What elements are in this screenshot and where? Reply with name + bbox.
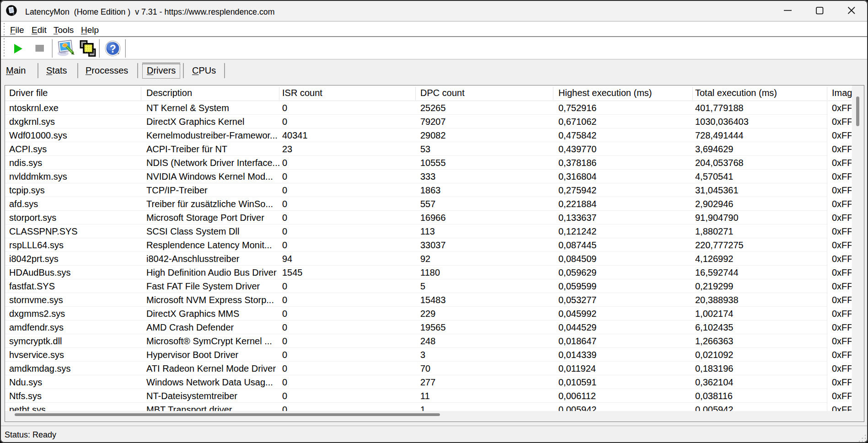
svg-text:?: ? [110, 43, 116, 55]
